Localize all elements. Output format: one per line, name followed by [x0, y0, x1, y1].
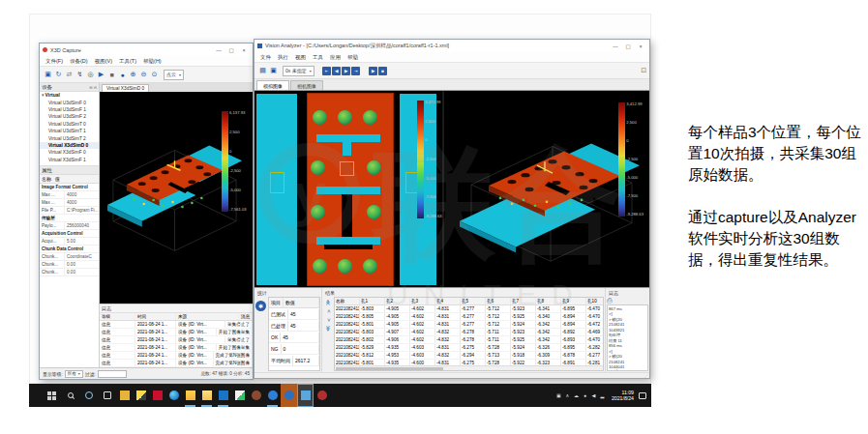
iso-view-3d-viewport[interactable]: 3,412.992,5000-2,500-5,000-7,500-9,288.6…	[444, 91, 649, 287]
table-row[interactable]: 20210824110439219-5.803-4.905-4.602-4.83…	[335, 305, 604, 313]
results-column-header[interactable]: 孔7	[511, 298, 536, 304]
taskbar-app-icon[interactable]	[116, 384, 133, 407]
device-tree-item[interactable]: Virtual X3dSimD 0	[40, 142, 99, 149]
results-column-header[interactable]: 孔4	[435, 298, 461, 304]
tree-root-virtual[interactable]: ▾Virtual	[40, 92, 99, 100]
tray-icon[interactable]: ◀	[589, 392, 598, 398]
device-tree-item[interactable]: Virtual X3dSimF 0	[40, 149, 99, 156]
close-button[interactable]: ×	[238, 44, 250, 55]
toolbar-icon[interactable]: ▶	[96, 69, 106, 81]
menu-item[interactable]: 帮助(H)	[140, 57, 165, 66]
toolbar-icon[interactable]: ■	[106, 69, 117, 81]
doc-tab[interactable]: 相机图像	[290, 80, 323, 90]
row-nav-button[interactable]: ≪	[326, 300, 332, 305]
playback-button[interactable]: ▶	[342, 67, 350, 75]
results-column-header[interactable]: 孔6	[486, 298, 511, 304]
property-row[interactable]: Chunk... 0.00	[40, 269, 99, 276]
toolbar-icon[interactable]: ◎	[85, 69, 96, 81]
close-button[interactable]: ×	[635, 41, 646, 51]
mode-dropdown[interactable]: 0x 未指定 ▾	[283, 66, 314, 76]
toolbar-icon[interactable]: ⊖	[138, 69, 149, 81]
taskbar-app-icon[interactable]	[248, 384, 264, 407]
tray-icon[interactable]: ●	[581, 392, 589, 398]
property-row[interactable]: Chunk... CoordinateC	[40, 253, 99, 261]
log-row[interactable]: 信息2021-08-24 1...设备 (ID: Virt...采集停止了	[100, 336, 253, 344]
log-row[interactable]: 信息2021-08-24 1...设备 (ID: Virt...采集停止了	[100, 321, 253, 329]
log-column-header[interactable]: 时间	[135, 313, 176, 320]
property-row[interactable]: Paylo... 256000040	[40, 222, 99, 230]
device-tree-item[interactable]: Virtual X3dSimF 1	[40, 157, 99, 163]
property-row[interactable]: File P... C:\Program Fi...	[40, 207, 99, 215]
log-filter-input[interactable]	[98, 370, 127, 378]
property-value[interactable]	[98, 246, 99, 252]
menu-item[interactable]: 工具	[310, 53, 326, 62]
results-column-header[interactable]: 孔3	[410, 298, 435, 304]
row-nav-button[interactable]: >	[325, 318, 331, 322]
taskbar-app-icon[interactable]	[182, 384, 198, 407]
results-column-header[interactable]: 名称	[335, 298, 360, 304]
device-tree-item[interactable]: Virtual U3dSimT 1	[40, 128, 99, 134]
gear-icon[interactable]: ✱	[255, 301, 266, 311]
property-row[interactable]: Chunk... 0.00	[40, 261, 99, 269]
toolbar-icon[interactable]: ⇄	[64, 69, 75, 81]
property-value[interactable]: 0.00	[65, 261, 99, 268]
results-column-header[interactable]: 孔1	[360, 298, 385, 304]
table-row[interactable]: 20210824110442886-5.803-4.907-4.602-4.83…	[335, 329, 604, 336]
menu-item[interactable]: 文件(F)	[43, 57, 66, 66]
start-button[interactable]	[43, 384, 61, 407]
device-tree-item[interactable]: Virtual U3dSimF 0	[40, 100, 99, 106]
toolbar-icon[interactable]: ↯	[75, 69, 85, 81]
taskbar-app-icon[interactable]	[149, 384, 165, 407]
log-column-header[interactable]: 消息	[239, 313, 253, 320]
toolbar-icon[interactable]: ⊕	[128, 69, 138, 81]
tree-expander-icon[interactable]: ▾	[42, 92, 45, 98]
taskbar-app-icon[interactable]	[215, 384, 231, 407]
menu-item[interactable]: 应用	[327, 53, 344, 62]
property-row[interactable]: Chunk Data Control	[40, 246, 99, 253]
snapshot-icon[interactable]: ⊡	[641, 67, 646, 74]
row-nav-button[interactable]: ≫	[326, 326, 332, 332]
taskbar-app-icon[interactable]	[281, 384, 297, 407]
capture-3d-viewport[interactable]: 6,137.932,5000-2,500-5,000-7,561.03	[100, 92, 253, 304]
file-toolbar-icon[interactable]: ▤	[257, 65, 268, 77]
run-stop-button[interactable]: ▶	[369, 67, 377, 75]
resize-grip[interactable]: ⋰	[644, 373, 648, 378]
tray-icon[interactable]: ☁	[572, 392, 581, 398]
tray-icon[interactable]: ▣	[554, 392, 563, 398]
horizontal-scrollbar[interactable]	[335, 365, 603, 370]
property-value[interactable]: 4000	[65, 199, 99, 206]
doc-tab[interactable]: 模拟图像	[256, 80, 289, 90]
maximize-button[interactable]: ▢	[225, 44, 237, 55]
property-value[interactable]: 5.00	[65, 238, 99, 245]
property-value[interactable]: C:\Program Fi...	[65, 207, 99, 214]
property-value[interactable]: CoordinateC	[65, 253, 99, 260]
log-row[interactable]: 信息2021-08-24 1...设备 (ID: Virt...完成了第N张图像	[100, 352, 253, 360]
tray-icon[interactable]: ▂	[598, 392, 607, 398]
playback-button[interactable]: ◀	[332, 67, 341, 75]
results-column-header[interactable]: 孔2	[385, 298, 410, 304]
scrollbar-thumb[interactable]	[336, 367, 443, 370]
toolbar-icon[interactable]: ⊙	[149, 69, 160, 81]
device-tree-item[interactable]: Virtual U3dSimT 0	[40, 121, 99, 128]
analyzer-titlebar[interactable]: Vision Analyzer - [C:/Users/Longan/Deskt…	[254, 40, 649, 52]
property-row[interactable]: 传输层	[40, 215, 99, 222]
taskbar-app-icon[interactable]	[165, 384, 182, 407]
menu-item[interactable]: 执行	[275, 53, 291, 62]
taskbar-app-icon[interactable]	[314, 384, 330, 407]
log-column-header[interactable]: 等级	[100, 313, 135, 320]
taskbar-clock[interactable]: 11:09 2021/8/24	[607, 390, 639, 401]
table-row[interactable]: 20210824110445279-5.829-4.935-4.603-4.83…	[335, 344, 604, 352]
property-value[interactable]: 4000	[65, 191, 99, 198]
results-column-header[interactable]: 孔8	[536, 298, 561, 304]
table-row[interactable]: 20210824110446506-5.812-4.953-4.603-4.83…	[335, 352, 604, 360]
capture-titlebar[interactable]: X3D Capture — ▢ ×	[40, 43, 253, 56]
table-row[interactable]: 20210824110440411-5.805-4.905-4.602-4.83…	[335, 313, 604, 321]
property-value[interactable]: 0.00	[65, 269, 99, 275]
minimize-button[interactable]: —	[213, 44, 224, 55]
results-column-header[interactable]: 孔5	[461, 298, 486, 304]
menu-item[interactable]: 文件	[257, 53, 274, 62]
device-tree-item[interactable]: Virtual U3dSimF 1	[40, 106, 99, 113]
panel-buttons-icon[interactable]: ⊞ ⊟	[89, 85, 97, 90]
menu-item[interactable]: 视图	[292, 53, 309, 62]
file-toolbar-icon[interactable]: ▣	[268, 65, 279, 77]
